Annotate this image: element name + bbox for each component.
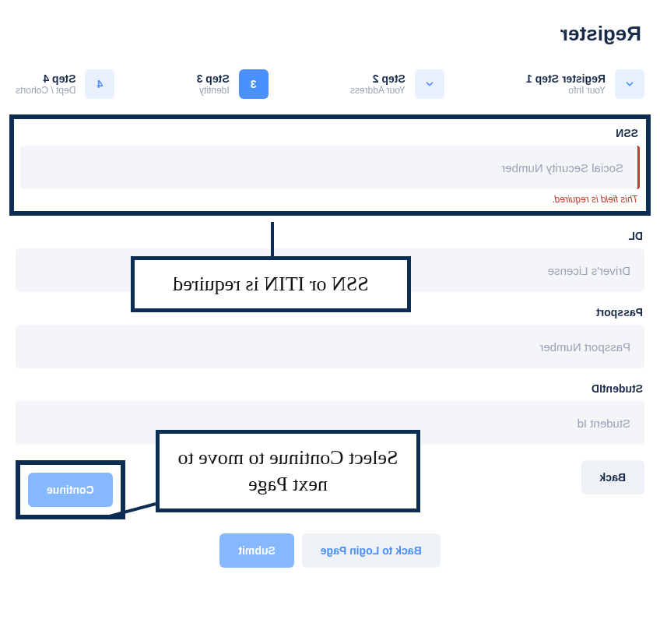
check-icon [415,69,444,99]
step-title: Step 3 [197,72,230,85]
step-1[interactable]: Register Step 1 Your Info [526,69,644,99]
step-number-icon: 4 [85,69,114,99]
dl-label: DL [16,230,644,242]
leader-line [271,222,274,259]
step-subtitle: Dept / Cohorts [16,85,75,96]
ssn-error-message: This field is required. [20,194,640,205]
submit-button[interactable]: Submit [219,533,293,568]
step-subtitle: Your Info [526,85,606,96]
passport-input[interactable] [16,325,644,368]
step-subtitle: Your Address [350,85,405,96]
continue-button[interactable]: Continue [28,473,113,507]
step-2[interactable]: Step 2 Your Address [350,69,444,99]
ssn-input[interactable] [20,146,640,189]
step-number-icon: 3 [239,69,269,99]
stepper: Register Step 1 Your Info Step 2 Your Ad… [16,69,644,99]
page-title: Register [16,22,641,46]
step-title: Step 2 [350,72,405,85]
studentid-label: StudentID [16,382,644,395]
ssn-label: SSN [20,127,640,139]
ssn-highlight-box: SSN This field is required. [9,114,651,216]
step-3-active[interactable]: 3 Step 3 Identity [197,69,269,99]
step-title: Register Step 1 [526,72,606,85]
footer-actions: Back to Login Page Submit [16,533,644,568]
back-button[interactable]: Back [581,460,644,494]
passport-field-group: Passport [16,306,644,368]
back-to-login-button[interactable]: Back to Login Page [302,533,441,568]
step-subtitle: Identity [197,85,230,96]
callout-ssn-required: SSN or ITIN is required [131,256,411,312]
continue-highlight-box: Continue [16,460,125,519]
check-icon [615,69,644,99]
callout-continue: Select Continue to move to next Page [156,430,420,512]
ssn-field-group: SSN This field is required. [20,127,640,205]
step-4[interactable]: 4 Step 4 Dept / Cohorts [16,69,114,99]
identity-form: SSN This field is required. DL Passport … [16,114,644,568]
step-title: Step 4 [16,72,75,85]
